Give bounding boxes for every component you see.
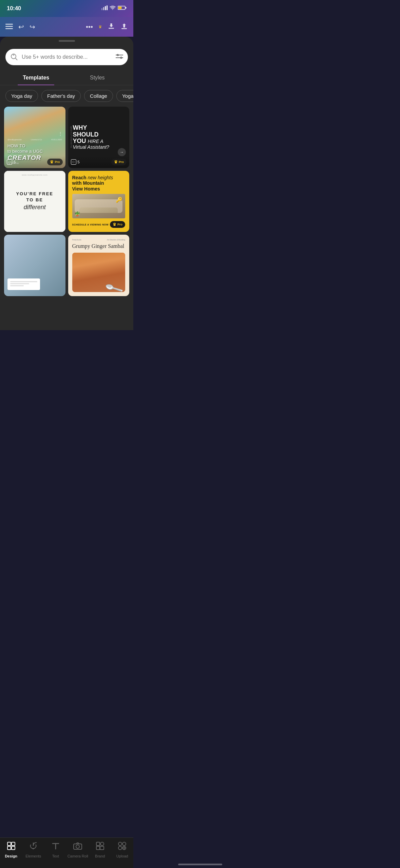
templates-grid: @reallygreasite Liceria & Co #1011.2020 … <box>0 107 133 296</box>
plant-icon: 🪴 <box>74 211 80 216</box>
template-subtitle: Virtual Assistant? <box>73 145 125 150</box>
menu-icon[interactable] <box>5 23 13 31</box>
share-icon[interactable] <box>120 22 128 32</box>
undo-icon[interactable]: ↩ <box>18 23 24 31</box>
crown-icon: ♛ <box>50 160 54 164</box>
svg-rect-0 <box>101 8 102 10</box>
svg-rect-10 <box>109 28 114 29</box>
crown-icon: ♛ <box>113 222 116 227</box>
template-card[interactable] <box>4 235 65 296</box>
svg-rect-2 <box>105 6 106 10</box>
pages-icon: ▢ <box>7 159 12 165</box>
svg-rect-11 <box>121 28 127 29</box>
svg-rect-3 <box>107 5 108 10</box>
template-card[interactable]: @reallygreasite Liceria & Co #1011.2020 … <box>4 107 65 168</box>
toolbar-left: ↩ ↪ <box>5 23 35 31</box>
template-watermark: @REALLYGREASITE <box>70 126 72 148</box>
battery-icon <box>118 5 127 12</box>
template-image: 🔑 🪴 <box>72 194 126 218</box>
template-card[interactable]: @REALLYGREASITE WHYSHOULDYOU HIRE A Virt… <box>68 107 130 168</box>
svg-line-13 <box>16 58 18 60</box>
chips-container: Yoga day Father's day Collage Yoga Quote… <box>0 85 133 107</box>
template-meta: @reallygreasite Liceria & Co #1011.2020 <box>7 139 62 141</box>
chip-yoga[interactable]: Yoga <box>116 90 133 102</box>
key-icon: 🔑 <box>116 197 122 203</box>
template-footer: Schedule a viewing now ♛ Pro <box>72 221 126 228</box>
filter-icon[interactable] <box>116 53 123 62</box>
crown-icon[interactable]: ♛ <box>98 24 102 29</box>
more-options-icon[interactable]: ••• <box>86 23 93 31</box>
svg-rect-7 <box>5 24 13 25</box>
toolbar: ↩ ↪ ••• ♛ <box>0 17 133 37</box>
search-bar[interactable] <box>5 49 128 65</box>
status-time: 10:40 <box>7 5 21 12</box>
ai-search-icon <box>10 53 18 61</box>
svg-point-16 <box>120 57 122 58</box>
svg-point-15 <box>117 54 118 56</box>
template-title: Reach new heightswith MountainView Homes <box>72 175 126 192</box>
svg-rect-1 <box>103 7 104 10</box>
pages-badge: ▢ 5 <box>71 159 80 165</box>
status-bar: 10:40 <box>0 0 133 17</box>
crown-icon: ♛ <box>114 160 118 164</box>
pages-badge: ▢ 5 <box>7 159 16 165</box>
svg-rect-9 <box>5 28 13 29</box>
pro-badge: ♛ Pro <box>47 159 62 165</box>
tab-styles[interactable]: Styles <box>67 71 128 85</box>
template-inner-card <box>7 278 40 290</box>
main-panel: Templates Styles Yoga day Father's day C… <box>0 45 133 330</box>
search-input[interactable] <box>22 54 112 60</box>
template-cta: Schedule a viewing now <box>72 223 109 226</box>
template-card[interactable]: PrettyStudio Art Direction & Branding Gr… <box>68 235 130 296</box>
tabs-container: Templates Styles <box>0 71 133 85</box>
svg-rect-6 <box>118 7 122 9</box>
toolbar-right: ••• ♛ <box>86 22 128 32</box>
card-bottom: ▢ 5 ♛ Pro <box>68 156 130 168</box>
template-title: Grumpy Ginger Sambal <box>72 243 126 250</box>
chip-collage[interactable]: Collage <box>84 90 113 102</box>
svg-rect-8 <box>5 26 13 27</box>
template-header: PrettyStudio Art Direction & Branding <box>72 239 126 241</box>
more-options-icon[interactable]: ⋮ <box>58 131 63 137</box>
template-url: www.reallygreatsite.com <box>22 174 47 176</box>
template-title: YOU'RE FREETO BEdifferent <box>16 191 53 212</box>
template-image: 🥄 <box>72 253 126 292</box>
arrow-button[interactable]: → <box>118 148 126 156</box>
status-icons <box>101 5 127 12</box>
chip-fathers-day[interactable]: Father's day <box>41 90 81 102</box>
pro-badge: ♛ Pro <box>111 159 127 165</box>
wifi-icon <box>110 5 116 12</box>
pages-icon: ▢ <box>71 159 76 165</box>
tab-templates[interactable]: Templates <box>5 71 67 85</box>
handle-bar <box>59 40 75 42</box>
search-container <box>0 45 133 68</box>
template-card[interactable]: Reach new heightswith MountainView Homes… <box>68 171 130 232</box>
panel-handle <box>0 37 133 45</box>
signal-icon <box>101 5 108 12</box>
download-icon[interactable] <box>108 22 115 32</box>
svg-rect-5 <box>126 7 127 8</box>
chip-yoga-day[interactable]: Yoga day <box>5 90 38 102</box>
pro-badge: ♛ Pro <box>110 221 125 228</box>
redo-icon[interactable]: ↪ <box>30 23 35 31</box>
template-card[interactable]: www.reallygreatsite.com YOU'RE FREETO BE… <box>4 171 65 232</box>
template-title: WHYSHOULDYOU HIRE A <box>73 125 125 145</box>
svg-point-14 <box>13 55 14 56</box>
template-subtitle: HOW TOto become a UGC <box>7 143 62 154</box>
card-bottom: ▢ 5 ♛ Pro <box>4 156 65 168</box>
